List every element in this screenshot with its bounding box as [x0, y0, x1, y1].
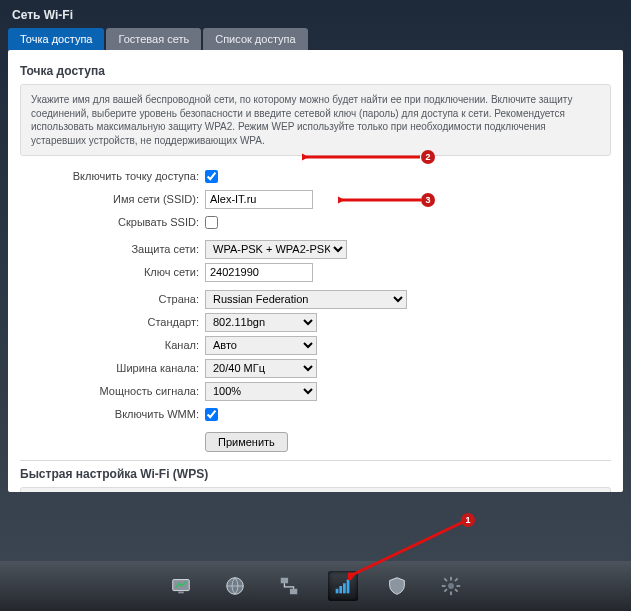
bottom-navbar — [0, 561, 631, 611]
svg-rect-15 — [454, 588, 458, 592]
select-country[interactable]: Russian Federation — [205, 290, 407, 309]
label-security: Защита сети: — [20, 243, 205, 255]
label-key: Ключ сети: — [20, 266, 205, 278]
checkbox-wmm[interactable] — [205, 408, 218, 421]
tab-access-point[interactable]: Точка доступа — [8, 28, 104, 50]
annotation-badge-1: 1 — [461, 513, 475, 527]
monitor-icon[interactable] — [166, 571, 196, 601]
select-channel[interactable]: Авто — [205, 336, 317, 355]
main-panel: Точка доступа Укажите имя для вашей бесп… — [8, 50, 623, 492]
svg-rect-1 — [178, 592, 184, 594]
checkbox-enable-ap[interactable] — [205, 170, 218, 183]
wifi-signal-icon[interactable] — [328, 571, 358, 601]
section-ap-title: Точка доступа — [20, 64, 611, 78]
svg-rect-13 — [456, 585, 460, 587]
select-standard[interactable]: 802.11bgn — [205, 313, 317, 332]
apply-ap-button[interactable]: Применить — [205, 432, 288, 452]
label-width: Ширина канала: — [20, 362, 205, 374]
checkbox-hide-ssid[interactable] — [205, 216, 218, 229]
label-hide-ssid: Скрывать SSID: — [20, 216, 205, 228]
svg-rect-5 — [335, 589, 338, 594]
svg-rect-17 — [443, 588, 447, 592]
section-wps-info: Технология Wi-Fi Protected Setup (WPS) п… — [20, 487, 611, 492]
tab-access-list[interactable]: Список доступа — [203, 28, 307, 50]
svg-rect-6 — [339, 586, 342, 593]
svg-rect-16 — [454, 578, 458, 582]
select-width[interactable]: 20/40 МГц — [205, 359, 317, 378]
label-power: Мощность сигнала: — [20, 385, 205, 397]
input-ssid[interactable] — [205, 190, 313, 209]
svg-rect-10 — [450, 577, 452, 581]
section-wps-title: Быстрая настройка Wi-Fi (WPS) — [20, 467, 611, 481]
label-enable-ap: Включить точку доступа: — [20, 170, 205, 182]
label-standard: Стандарт: — [20, 316, 205, 328]
input-key[interactable] — [205, 263, 313, 282]
label-ssid: Имя сети (SSID): — [20, 193, 205, 205]
label-channel: Канал: — [20, 339, 205, 351]
svg-point-9 — [448, 583, 454, 589]
select-power[interactable]: 100% — [205, 382, 317, 401]
shield-icon[interactable] — [382, 571, 412, 601]
svg-rect-11 — [450, 592, 452, 596]
svg-rect-12 — [441, 585, 445, 587]
svg-rect-3 — [280, 578, 287, 584]
section-ap-info: Укажите имя для вашей беспроводной сети,… — [20, 84, 611, 156]
gear-icon[interactable] — [436, 571, 466, 601]
select-security[interactable]: WPA-PSK + WPA2-PSK — [205, 240, 347, 259]
svg-rect-7 — [343, 583, 346, 593]
label-country: Страна: — [20, 293, 205, 305]
page-title: Сеть Wi-Fi — [0, 0, 631, 28]
tab-guest-network[interactable]: Гостевая сеть — [106, 28, 201, 50]
svg-rect-4 — [289, 589, 296, 595]
tab-bar: Точка доступа Гостевая сеть Список досту… — [0, 28, 631, 50]
globe-icon[interactable] — [220, 571, 250, 601]
svg-rect-14 — [443, 578, 447, 582]
network-icon[interactable] — [274, 571, 304, 601]
label-wmm: Включить WMM: — [20, 408, 205, 420]
svg-rect-8 — [346, 580, 349, 594]
